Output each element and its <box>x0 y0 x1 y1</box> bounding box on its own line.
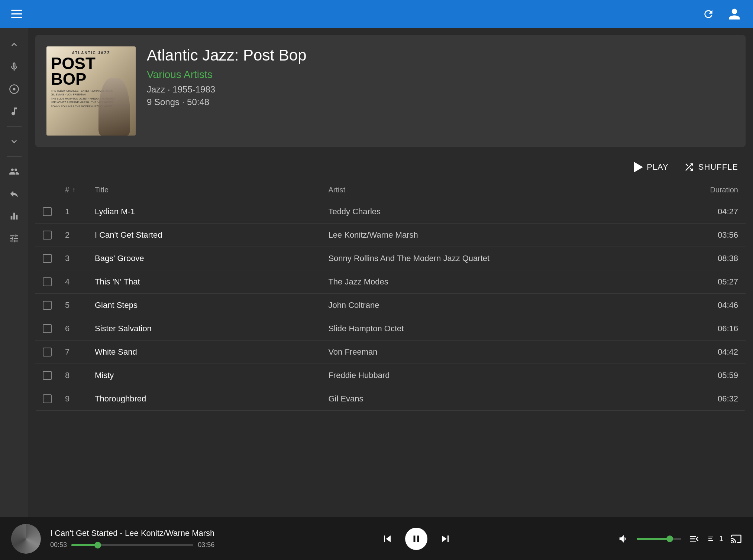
volume-bar[interactable] <box>637 538 681 540</box>
sidebar-item-music[interactable] <box>5 102 23 121</box>
row-title: Giant Steps <box>95 300 328 310</box>
row-artist: The Jazz Modes <box>328 277 679 287</box>
row-checkbox[interactable] <box>43 301 65 310</box>
album-art: ATLANTIC JAZZ POSTBOP THE TEDDY CHARLES … <box>46 46 136 136</box>
queue-icon[interactable] <box>689 533 700 544</box>
row-title: Sister Salvation <box>95 324 328 333</box>
controls-row: PLAY SHUFFLE <box>28 154 753 180</box>
row-duration: 08:38 <box>679 254 738 263</box>
col-duration-header: Duration <box>679 186 738 194</box>
row-duration: 05:27 <box>679 277 738 287</box>
queue-count: 1 <box>719 534 723 543</box>
sort-arrow: ↑ <box>72 186 75 194</box>
track-rows-container: 1 Lydian M-1 Teddy Charles 04:27 2 I Can… <box>35 200 746 411</box>
row-duration: 04:27 <box>679 207 738 216</box>
table-row[interactable]: 9 Thoroughbred Gil Evans 06:32 <box>35 387 746 411</box>
table-row[interactable]: 4 This 'N' That The Jazz Modes 05:27 <box>35 270 746 294</box>
progress-dot <box>94 542 101 548</box>
row-checkbox[interactable] <box>43 394 65 403</box>
sidebar-item-settings-eq[interactable] <box>5 229 23 248</box>
sidebar-item-collapse[interactable] <box>5 35 23 54</box>
top-bar <box>0 0 753 28</box>
table-row[interactable]: 3 Bags' Groove Sonny Rollins And The Mod… <box>35 247 746 270</box>
row-title: Lydian M-1 <box>95 207 328 216</box>
row-title: This 'N' That <box>95 277 328 287</box>
sidebar-item-microphone[interactable] <box>5 58 23 76</box>
shuffle-button[interactable]: SHUFFLE <box>683 162 738 173</box>
sidebar-divider-1 <box>7 126 22 127</box>
row-checkbox[interactable] <box>43 277 65 286</box>
sidebar-item-radio[interactable] <box>5 80 23 98</box>
row-artist: Lee Konitz/Warne Marsh <box>328 230 679 240</box>
row-checkbox[interactable] <box>43 348 65 356</box>
track-table: # ↑ Title Artist Duration 1 Lydian M-1 T… <box>35 180 746 411</box>
row-number: 7 <box>65 347 95 357</box>
table-row[interactable]: 1 Lydian M-1 Teddy Charles 04:27 <box>35 200 746 224</box>
row-title: Misty <box>95 371 328 380</box>
player-thumbnail <box>11 524 41 554</box>
col-number-header[interactable]: # ↑ <box>65 186 95 194</box>
album-header: ATLANTIC JAZZ POSTBOP THE TEDDY CHARLES … <box>35 35 746 147</box>
table-row[interactable]: 8 Misty Freddie Hubbard 05:59 <box>35 364 746 387</box>
main-content: ATLANTIC JAZZ POSTBOP THE TEDDY CHARLES … <box>28 28 753 517</box>
player-total-time: 03:56 <box>198 541 214 549</box>
row-artist: Gil Evans <box>328 394 679 404</box>
player-progress: 00:53 03:56 <box>50 541 214 549</box>
row-title: I Can't Get Started <box>95 230 328 240</box>
album-art-figure <box>98 78 130 136</box>
row-checkbox[interactable] <box>43 207 65 216</box>
volume-icon[interactable] <box>618 533 629 544</box>
table-row[interactable]: 2 I Can't Get Started Lee Konitz/Warne M… <box>35 224 746 247</box>
row-title: White Sand <box>95 347 328 357</box>
sidebar-item-expand[interactable] <box>5 132 23 151</box>
shuffle-icon <box>683 162 695 173</box>
player-info: I Can't Get Started - Lee Konitz/Warne M… <box>50 528 214 549</box>
table-row[interactable]: 7 White Sand Von Freeman 04:42 <box>35 341 746 364</box>
sidebar-divider-2 <box>7 156 22 157</box>
table-row[interactable]: 5 Giant Steps John Coltrane 04:46 <box>35 294 746 317</box>
row-duration: 06:16 <box>679 324 738 333</box>
play-button[interactable]: PLAY <box>634 162 669 172</box>
svg-point-0 <box>13 88 15 91</box>
album-artist-link[interactable]: Various Artists <box>147 69 734 81</box>
refresh-button[interactable] <box>701 7 716 22</box>
volume-dot <box>666 535 673 542</box>
row-number: 4 <box>65 277 95 287</box>
table-row[interactable]: 6 Sister Salvation Slide Hampton Octet 0… <box>35 317 746 341</box>
player-song-title: I Can't Get Started - Lee Konitz/Warne M… <box>50 528 214 538</box>
progress-bar[interactable] <box>71 544 193 546</box>
row-number: 9 <box>65 394 95 404</box>
row-checkbox[interactable] <box>43 371 65 380</box>
queue-info: 1 <box>707 534 723 543</box>
sidebar-item-people[interactable] <box>5 162 23 181</box>
row-artist: Von Freeman <box>328 347 679 357</box>
row-artist: Sonny Rollins And The Modern Jazz Quarte… <box>328 254 679 263</box>
player-controls <box>224 528 609 550</box>
bottom-player: I Can't Get Started - Lee Konitz/Warne M… <box>0 517 753 560</box>
skip-forward-button[interactable] <box>439 532 452 546</box>
hamburger-menu[interactable] <box>11 6 28 22</box>
row-checkbox[interactable] <box>43 231 65 240</box>
row-number: 2 <box>65 230 95 240</box>
row-checkbox[interactable] <box>43 254 65 263</box>
skip-back-button[interactable] <box>381 532 394 546</box>
shuffle-label: SHUFFLE <box>698 162 738 172</box>
row-artist: Slide Hampton Octet <box>328 324 679 333</box>
pause-button[interactable] <box>405 528 427 550</box>
sidebar-item-equalizer[interactable] <box>5 207 23 225</box>
cast-button[interactable] <box>731 533 742 544</box>
progress-fill <box>71 544 98 546</box>
row-number: 5 <box>65 300 95 310</box>
profile-button[interactable] <box>727 7 742 22</box>
row-artist: Freddie Hubbard <box>328 371 679 380</box>
album-meta-line: Jazz · 1955-1983 <box>147 84 734 95</box>
row-number: 6 <box>65 324 95 333</box>
top-bar-right <box>701 7 742 22</box>
col-artist-header: Artist <box>328 186 679 194</box>
col-checkbox-header <box>43 186 65 194</box>
sidebar-item-broadcast[interactable] <box>5 185 23 203</box>
album-title: Atlantic Jazz: Post Bop <box>147 46 734 64</box>
row-number: 1 <box>65 207 95 216</box>
row-checkbox[interactable] <box>43 324 65 333</box>
row-artist: John Coltrane <box>328 300 679 310</box>
